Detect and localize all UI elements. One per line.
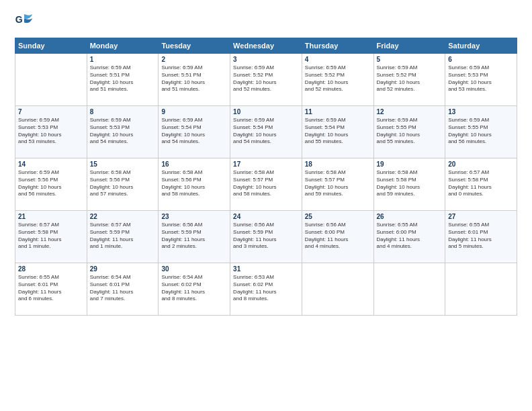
day-number: 5 xyxy=(377,56,443,63)
day-number: 15 xyxy=(90,161,156,168)
day-info: Sunrise: 6:57 AM Sunset: 5:58 PM Dayligh… xyxy=(18,222,84,250)
day-number: 2 xyxy=(161,56,227,63)
calendar-cell xyxy=(302,263,373,316)
week-row-4: 21Sunrise: 6:57 AM Sunset: 5:58 PM Dayli… xyxy=(15,211,517,263)
calendar-table: SundayMondayTuesdayWednesdayThursdayFrid… xyxy=(15,38,517,316)
calendar-cell: 26Sunrise: 6:55 AM Sunset: 6:00 PM Dayli… xyxy=(373,211,445,263)
day-info: Sunrise: 6:56 AM Sunset: 6:00 PM Dayligh… xyxy=(305,222,371,250)
calendar-cell: 3Sunrise: 6:59 AM Sunset: 5:52 PM Daylig… xyxy=(230,54,302,106)
day-info: Sunrise: 6:55 AM Sunset: 6:00 PM Dayligh… xyxy=(377,222,443,250)
day-info: Sunrise: 6:59 AM Sunset: 5:55 PM Dayligh… xyxy=(377,117,443,146)
calendar-cell: 4Sunrise: 6:59 AM Sunset: 5:52 PM Daylig… xyxy=(302,54,373,106)
day-number: 4 xyxy=(305,56,371,63)
day-number: 7 xyxy=(18,108,84,116)
day-info: Sunrise: 6:59 AM Sunset: 5:53 PM Dayligh… xyxy=(18,117,84,146)
day-number: 25 xyxy=(305,213,371,220)
day-info: Sunrise: 6:56 AM Sunset: 5:59 PM Dayligh… xyxy=(161,222,227,250)
logo-icon: G xyxy=(15,12,34,31)
day-info: Sunrise: 6:55 AM Sunset: 6:01 PM Dayligh… xyxy=(18,274,84,303)
day-number: 12 xyxy=(377,108,443,116)
week-row-1: 1Sunrise: 6:59 AM Sunset: 5:51 PM Daylig… xyxy=(15,54,517,106)
day-info: Sunrise: 6:54 AM Sunset: 6:01 PM Dayligh… xyxy=(90,274,156,303)
day-number: 8 xyxy=(90,108,156,116)
calendar-cell: 10Sunrise: 6:59 AM Sunset: 5:54 PM Dayli… xyxy=(230,106,302,158)
calendar-cell: 9Sunrise: 6:59 AM Sunset: 5:54 PM Daylig… xyxy=(159,106,230,158)
weekday-header-saturday: Saturday xyxy=(445,38,517,54)
day-info: Sunrise: 6:59 AM Sunset: 5:51 PM Dayligh… xyxy=(90,64,156,93)
calendar-cell: 17Sunrise: 6:58 AM Sunset: 5:57 PM Dayli… xyxy=(230,158,302,211)
day-info: Sunrise: 6:57 AM Sunset: 5:59 PM Dayligh… xyxy=(90,222,156,250)
weekday-header-sunday: Sunday xyxy=(15,38,87,54)
day-info: Sunrise: 6:58 AM Sunset: 5:57 PM Dayligh… xyxy=(305,169,371,198)
day-number: 30 xyxy=(161,265,227,273)
day-info: Sunrise: 6:59 AM Sunset: 5:54 PM Dayligh… xyxy=(233,117,299,146)
weekday-header-wednesday: Wednesday xyxy=(230,38,302,54)
day-number: 28 xyxy=(18,265,84,273)
day-number: 24 xyxy=(233,213,299,220)
calendar-cell: 7Sunrise: 6:59 AM Sunset: 5:53 PM Daylig… xyxy=(15,106,87,158)
day-number: 13 xyxy=(448,108,514,116)
header: G xyxy=(15,12,517,31)
calendar-cell: 28Sunrise: 6:55 AM Sunset: 6:01 PM Dayli… xyxy=(15,263,87,316)
svg-text:G: G xyxy=(15,14,23,25)
day-number: 20 xyxy=(448,161,514,168)
day-info: Sunrise: 6:58 AM Sunset: 5:56 PM Dayligh… xyxy=(161,169,227,198)
day-number: 6 xyxy=(448,56,514,63)
week-row-5: 28Sunrise: 6:55 AM Sunset: 6:01 PM Dayli… xyxy=(15,263,517,316)
calendar-cell xyxy=(445,263,517,316)
calendar-cell: 1Sunrise: 6:59 AM Sunset: 5:51 PM Daylig… xyxy=(87,54,159,106)
day-info: Sunrise: 6:53 AM Sunset: 6:02 PM Dayligh… xyxy=(233,274,299,303)
calendar-cell: 27Sunrise: 6:55 AM Sunset: 6:01 PM Dayli… xyxy=(445,211,517,263)
weekday-header-thursday: Thursday xyxy=(302,38,373,54)
calendar-cell: 25Sunrise: 6:56 AM Sunset: 6:00 PM Dayli… xyxy=(302,211,373,263)
calendar-cell: 15Sunrise: 6:58 AM Sunset: 5:56 PM Dayli… xyxy=(87,158,159,211)
week-row-2: 7Sunrise: 6:59 AM Sunset: 5:53 PM Daylig… xyxy=(15,106,517,158)
day-number: 23 xyxy=(161,213,227,220)
day-number: 18 xyxy=(305,161,371,168)
day-number: 22 xyxy=(90,213,156,220)
day-number: 16 xyxy=(161,161,227,168)
calendar-cell: 30Sunrise: 6:54 AM Sunset: 6:02 PM Dayli… xyxy=(159,263,230,316)
calendar-cell: 6Sunrise: 6:59 AM Sunset: 5:53 PM Daylig… xyxy=(445,54,517,106)
day-info: Sunrise: 6:55 AM Sunset: 6:01 PM Dayligh… xyxy=(448,222,514,250)
day-number: 14 xyxy=(18,161,84,168)
day-number: 3 xyxy=(233,56,299,63)
calendar-cell: 8Sunrise: 6:59 AM Sunset: 5:53 PM Daylig… xyxy=(87,106,159,158)
day-info: Sunrise: 6:59 AM Sunset: 5:54 PM Dayligh… xyxy=(161,117,227,146)
logo: G xyxy=(15,12,35,31)
weekday-header-friday: Friday xyxy=(373,38,445,54)
calendar-cell: 11Sunrise: 6:59 AM Sunset: 5:54 PM Dayli… xyxy=(302,106,373,158)
calendar-cell: 22Sunrise: 6:57 AM Sunset: 5:59 PM Dayli… xyxy=(87,211,159,263)
calendar-cell: 14Sunrise: 6:59 AM Sunset: 5:56 PM Dayli… xyxy=(15,158,87,211)
calendar-cell: 31Sunrise: 6:53 AM Sunset: 6:02 PM Dayli… xyxy=(230,263,302,316)
calendar-cell: 24Sunrise: 6:56 AM Sunset: 5:59 PM Dayli… xyxy=(230,211,302,263)
day-info: Sunrise: 6:59 AM Sunset: 5:53 PM Dayligh… xyxy=(448,64,514,93)
day-info: Sunrise: 6:54 AM Sunset: 6:02 PM Dayligh… xyxy=(161,274,227,303)
day-number: 27 xyxy=(448,213,514,220)
day-info: Sunrise: 6:58 AM Sunset: 5:58 PM Dayligh… xyxy=(377,169,443,198)
day-number: 10 xyxy=(233,108,299,116)
day-number: 21 xyxy=(18,213,84,220)
calendar-cell: 16Sunrise: 6:58 AM Sunset: 5:56 PM Dayli… xyxy=(159,158,230,211)
calendar-cell: 23Sunrise: 6:56 AM Sunset: 5:59 PM Dayli… xyxy=(159,211,230,263)
day-info: Sunrise: 6:58 AM Sunset: 5:56 PM Dayligh… xyxy=(90,169,156,198)
day-number: 26 xyxy=(377,213,443,220)
calendar-cell: 18Sunrise: 6:58 AM Sunset: 5:57 PM Dayli… xyxy=(302,158,373,211)
calendar-cell: 12Sunrise: 6:59 AM Sunset: 5:55 PM Dayli… xyxy=(373,106,445,158)
day-info: Sunrise: 6:57 AM Sunset: 5:58 PM Dayligh… xyxy=(448,169,514,198)
weekday-header-monday: Monday xyxy=(87,38,159,54)
calendar-cell: 2Sunrise: 6:59 AM Sunset: 5:51 PM Daylig… xyxy=(159,54,230,106)
day-info: Sunrise: 6:59 AM Sunset: 5:53 PM Dayligh… xyxy=(90,117,156,146)
calendar-cell: 20Sunrise: 6:57 AM Sunset: 5:58 PM Dayli… xyxy=(445,158,517,211)
day-info: Sunrise: 6:58 AM Sunset: 5:57 PM Dayligh… xyxy=(233,169,299,198)
calendar-cell: 19Sunrise: 6:58 AM Sunset: 5:58 PM Dayli… xyxy=(373,158,445,211)
day-info: Sunrise: 6:59 AM Sunset: 5:52 PM Dayligh… xyxy=(233,64,299,93)
day-info: Sunrise: 6:59 AM Sunset: 5:55 PM Dayligh… xyxy=(448,117,514,146)
calendar-cell: 29Sunrise: 6:54 AM Sunset: 6:01 PM Dayli… xyxy=(87,263,159,316)
calendar-cell xyxy=(373,263,445,316)
calendar-cell xyxy=(15,54,87,106)
day-info: Sunrise: 6:59 AM Sunset: 5:56 PM Dayligh… xyxy=(18,169,84,198)
day-info: Sunrise: 6:59 AM Sunset: 5:54 PM Dayligh… xyxy=(305,117,371,146)
calendar-cell: 13Sunrise: 6:59 AM Sunset: 5:55 PM Dayli… xyxy=(445,106,517,158)
day-number: 1 xyxy=(90,56,156,63)
